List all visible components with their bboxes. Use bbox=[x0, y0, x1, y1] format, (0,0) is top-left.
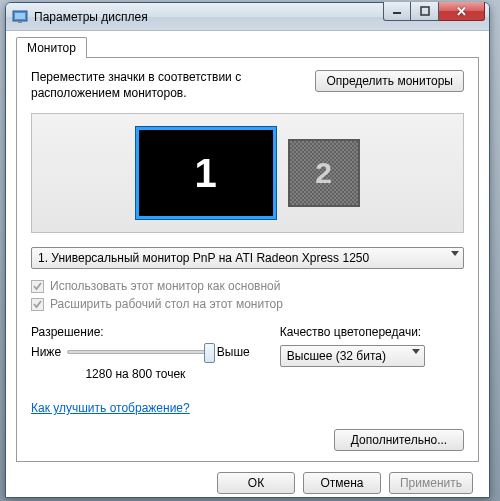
improve-display-link[interactable]: Как улучшить отображение? bbox=[31, 401, 190, 415]
identify-monitors-button[interactable]: Определить мониторы bbox=[315, 70, 464, 92]
advanced-button[interactable]: Дополнительно... bbox=[334, 429, 464, 451]
monitor-1[interactable]: 1 bbox=[136, 127, 276, 219]
extend-desktop-checkbox-row: Расширить рабочий стол на этот монитор bbox=[31, 297, 464, 311]
svg-rect-4 bbox=[421, 7, 429, 15]
resolution-label: Разрешение: bbox=[31, 325, 280, 339]
monitor-1-number: 1 bbox=[194, 151, 216, 196]
window-controls: ✕ bbox=[383, 2, 485, 21]
svg-rect-3 bbox=[393, 12, 401, 14]
primary-monitor-checkbox-row: Использовать этот монитор как основной bbox=[31, 279, 464, 293]
instruction-text: Переместите значки в соответствии с расп… bbox=[31, 70, 251, 101]
color-quality-group: Качество цветопередачи: Высшее (32 бита) bbox=[280, 325, 464, 381]
color-quality-label: Качество цветопередачи: bbox=[280, 325, 464, 339]
slider-low-label: Ниже bbox=[31, 345, 61, 359]
chevron-down-icon bbox=[451, 251, 459, 256]
slider-high-label: Выше bbox=[217, 345, 250, 359]
titlebar[interactable]: Параметры дисплея ✕ bbox=[6, 3, 489, 31]
cancel-button[interactable]: Отмена bbox=[303, 472, 381, 494]
resolution-slider[interactable] bbox=[67, 350, 211, 354]
extend-desktop-label: Расширить рабочий стол на этот монитор bbox=[50, 297, 283, 311]
primary-monitor-label: Использовать этот монитор как основной bbox=[50, 279, 280, 293]
svg-rect-1 bbox=[15, 13, 25, 19]
minimize-button[interactable] bbox=[383, 2, 411, 21]
monitor-layout-area[interactable]: 1 2 bbox=[31, 113, 464, 233]
monitor-select-value: 1. Универсальный монитор PnP на ATI Rade… bbox=[38, 251, 369, 265]
primary-monitor-checkbox bbox=[31, 280, 44, 293]
monitor-select-dropdown[interactable]: 1. Универсальный монитор PnP на ATI Rade… bbox=[31, 247, 464, 269]
resolution-group: Разрешение: Ниже Выше 1280 на 800 точек bbox=[31, 325, 280, 381]
apply-button[interactable]: Применить bbox=[389, 472, 473, 494]
chevron-down-icon bbox=[412, 349, 420, 354]
tab-strip: Монитор Переместите значки в соответстви… bbox=[16, 37, 479, 462]
color-quality-value: Высшее (32 бита) bbox=[287, 349, 386, 363]
monitor-2[interactable]: 2 bbox=[288, 139, 360, 207]
resolution-value: 1280 на 800 точек bbox=[0, 367, 280, 381]
color-quality-dropdown[interactable]: Высшее (32 бита) bbox=[280, 345, 425, 367]
svg-rect-2 bbox=[18, 21, 22, 23]
monitor-2-number: 2 bbox=[315, 156, 332, 190]
display-settings-window: Параметры дисплея ✕ Монитор Переместите … bbox=[5, 2, 490, 498]
close-icon: ✕ bbox=[456, 4, 467, 19]
app-icon bbox=[12, 9, 28, 25]
dialog-buttons: ОК Отмена Применить bbox=[16, 462, 479, 500]
client-area: Монитор Переместите значки в соответстви… bbox=[6, 31, 489, 497]
close-button[interactable]: ✕ bbox=[439, 2, 485, 21]
tab-panel-monitor: Переместите значки в соответствии с расп… bbox=[16, 57, 479, 462]
ok-button[interactable]: ОК bbox=[217, 472, 295, 494]
tab-monitor[interactable]: Монитор bbox=[16, 37, 87, 58]
maximize-button[interactable] bbox=[411, 2, 439, 21]
extend-desktop-checkbox bbox=[31, 298, 44, 311]
slider-thumb[interactable] bbox=[204, 343, 215, 363]
